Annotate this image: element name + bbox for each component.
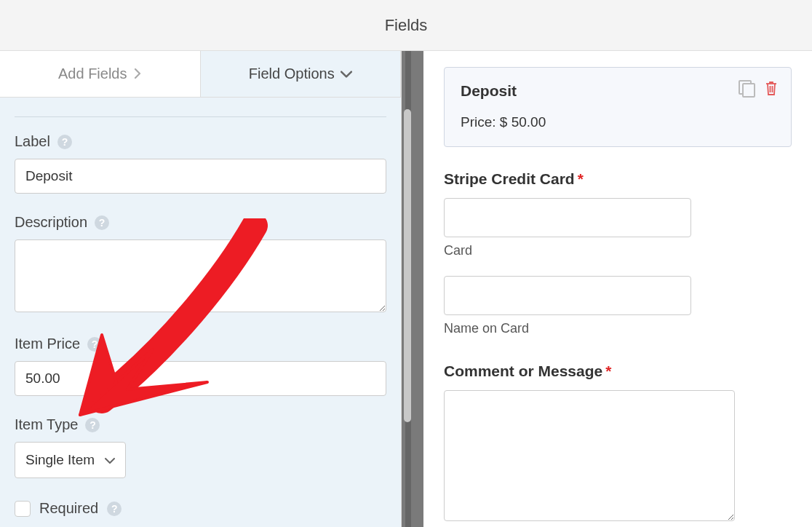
description-input[interactable]	[15, 239, 386, 312]
label-title: Label	[15, 133, 50, 150]
chevron-down-icon	[341, 66, 352, 82]
card-number-input[interactable]	[444, 198, 691, 237]
stripe-label: Stripe Credit Card*	[444, 170, 792, 188]
deposit-field-card[interactable]: Deposit Price: $ 50.00	[444, 67, 792, 147]
deposit-price: Price: $ 50.00	[461, 114, 775, 130]
form-preview: Deposit Price: $ 50.00 Stripe Credit Car…	[423, 51, 812, 527]
comment-label: Comment or Message*	[444, 362, 792, 380]
item-type-title: Item Type	[15, 416, 78, 433]
item-type-row: Item Type ?	[15, 416, 386, 433]
card-sublabel: Card	[444, 243, 792, 258]
page-title: Fields	[385, 16, 428, 35]
required-checkbox[interactable]	[15, 501, 31, 517]
description-row: Description ?	[15, 214, 386, 231]
item-type-value: Single Item	[25, 452, 95, 468]
help-icon[interactable]: ?	[57, 135, 72, 149]
chevron-right-icon	[133, 66, 142, 82]
name-on-card-input[interactable]	[444, 276, 691, 315]
card-actions	[739, 79, 779, 97]
help-icon[interactable]: ?	[107, 502, 122, 516]
field-options-content: Label ? Description ? Item Price ? Item …	[0, 98, 401, 527]
duplicate-icon[interactable]	[739, 80, 755, 96]
main-layout: Add Fields Field Options Label ? Descrip…	[0, 51, 812, 527]
required-label: Required	[39, 500, 98, 517]
required-row: Required ?	[15, 500, 386, 517]
sidebar-tabs: Add Fields Field Options	[0, 51, 401, 98]
name-on-card-sublabel: Name on Card	[444, 321, 792, 336]
label-row: Label ?	[15, 133, 386, 150]
comment-title: Comment or Message	[444, 362, 602, 379]
required-star: *	[605, 362, 611, 379]
help-icon[interactable]: ?	[87, 337, 102, 352]
item-price-input[interactable]	[15, 361, 386, 396]
stripe-title: Stripe Credit Card	[444, 170, 575, 187]
sidebar-panel: Add Fields Field Options Label ? Descrip…	[0, 51, 402, 527]
label-input[interactable]	[15, 159, 386, 194]
help-icon[interactable]: ?	[85, 418, 100, 432]
chevron-down-icon	[105, 452, 115, 468]
item-price-row: Item Price ?	[15, 336, 386, 352]
scrollbar[interactable]	[404, 102, 411, 480]
description-title: Description	[15, 214, 87, 231]
divider	[15, 116, 386, 117]
tab-field-options[interactable]: Field Options	[200, 51, 402, 97]
item-price-title: Item Price	[15, 336, 80, 352]
comment-group: Comment or Message*	[444, 362, 792, 524]
trash-icon[interactable]	[763, 79, 779, 97]
comment-textarea[interactable]	[444, 390, 735, 521]
required-star: *	[578, 170, 584, 187]
scrollbar-thumb[interactable]	[404, 109, 411, 422]
item-type-select[interactable]: Single Item	[15, 442, 126, 478]
tab-add-fields-label: Add Fields	[58, 66, 127, 82]
deposit-title: Deposit	[461, 82, 775, 100]
tab-field-options-label: Field Options	[249, 66, 335, 82]
page-header: Fields	[0, 0, 812, 51]
tab-add-fields[interactable]: Add Fields	[0, 51, 200, 97]
help-icon[interactable]: ?	[95, 215, 109, 230]
stripe-group: Stripe Credit Card* Card Name on Card	[444, 170, 792, 336]
